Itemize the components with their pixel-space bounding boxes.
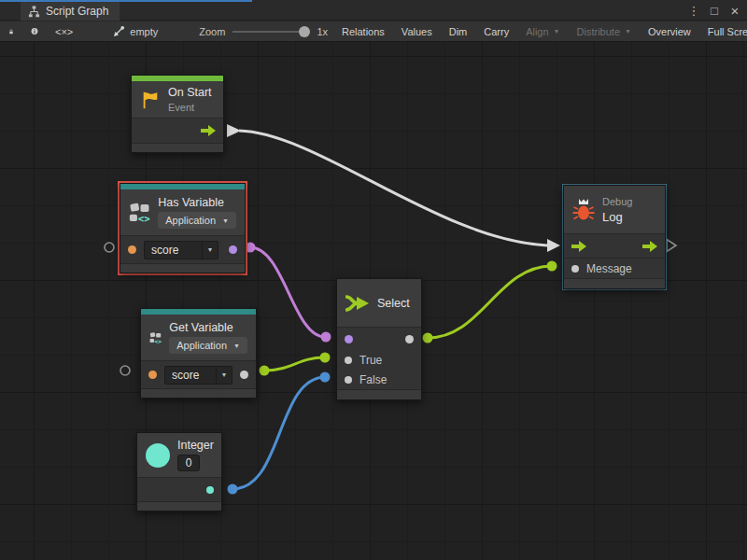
zoom-slider[interactable] [233,25,309,38]
dim-button[interactable]: Dim [441,21,476,41]
values-button[interactable]: Values [393,21,441,41]
select-merge-icon [345,293,370,314]
wire-endpoint-dot [228,484,238,495]
full-screen-button[interactable]: Full Screen [699,21,747,41]
menu-dots-icon[interactable]: ⋮ [685,2,702,19]
chevron-down-icon: ▼ [554,28,560,35]
node-select[interactable]: Select True False [336,278,422,400]
node-title: Integer [177,439,214,452]
unconnected-flow-stub[interactable] [667,240,676,252]
condition-input-port[interactable] [345,335,353,343]
wire-getvariable-to-select-true [264,357,324,371]
node-footer [132,144,223,152]
node-debug-log-selection: Debug Log Message [562,184,667,290]
zoom-control: Zoom 1x [167,21,333,41]
unconnected-port-stub[interactable] [105,243,114,252]
variable-name-field[interactable]: score ▼ [164,366,233,385]
name-input-port[interactable] [148,371,157,379]
scope-value: Application [176,340,227,351]
info-icon [31,25,38,37]
wire-onstart-to-debuglog [239,131,547,245]
carry-button[interactable]: Carry [475,21,517,41]
node-on-start[interactable]: On Start Event [131,75,224,153]
value-output-port[interactable] [240,371,248,379]
node-header: Integer 0 [137,433,221,478]
node-title: Log [602,210,632,224]
code-preview-button[interactable]: <×> [47,21,81,41]
breadcrumb[interactable]: empty [104,21,167,41]
chevron-down-icon[interactable]: ▼ [216,367,232,384]
zoom-value: 1x [317,26,328,37]
chevron-down-icon: ▼ [222,217,229,224]
flag-icon [140,90,161,110]
bool-output-port[interactable] [229,245,237,254]
port-row: False [337,370,421,389]
align-label: Align [526,26,548,37]
variable-brackets-glyph: <> [138,212,150,224]
wire-end-arrowhead [547,239,560,252]
port-row: Message [564,259,665,279]
name-input-port[interactable] [128,245,136,254]
node-footer [564,279,665,288]
node-title: Select [377,297,410,310]
node-get-variable[interactable]: <> Get Variable Application ▼ score ▼ [140,308,257,399]
script-graph-window: Script Graph ⋮ □ × <×> [0,0,747,560]
graph-canvas[interactable]: On Start Event <> [0,42,747,560]
variable-name-field[interactable]: score ▼ [144,241,218,259]
variables-icon: <> [129,201,150,225]
integer-value-field[interactable]: 0 [177,455,200,471]
tab-script-graph[interactable]: Script Graph [21,2,120,21]
flow-output-port[interactable] [642,241,657,252]
wire-hasvariable-to-select [250,247,325,337]
scope-dropdown[interactable]: Application ▼ [169,337,247,354]
true-input-port[interactable] [345,357,352,364]
port-row [137,478,221,502]
node-subtitle: Debug [602,196,632,207]
wire-endpoint-dot [320,372,331,383]
variables-icon: <> [149,326,162,350]
distribute-button[interactable]: Distribute ▼ [569,21,640,41]
debug-bug-icon [572,198,595,222]
lock-button[interactable] [0,21,22,41]
info-button[interactable] [22,21,47,41]
window-controls: ⋮ □ × [685,0,743,21]
message-port-label: Message [586,262,632,275]
value-output-port[interactable] [206,486,214,494]
node-title: On Start [168,86,212,99]
align-button[interactable]: Align ▼ [517,21,568,41]
tab-bar: Script Graph ⋮ □ × [0,0,747,21]
flow-output-port[interactable] [201,125,216,136]
false-input-port[interactable] [345,376,352,384]
port-row: True [337,350,421,370]
node-header: On Start Event [132,81,223,119]
lock-icon [8,26,14,37]
node-has-variable[interactable]: <> Has Variable Application ▼ score ▼ [120,183,246,273]
node-integer[interactable]: Integer 0 [136,432,222,511]
message-input-port[interactable] [571,265,579,273]
node-has-variable-selection: <> Has Variable Application ▼ score ▼ [118,181,247,275]
port-row: score ▼ [141,361,256,389]
node-header: Debug Log [564,186,665,234]
variable-brackets-glyph: <> [155,337,162,343]
overview-button[interactable]: Overview [640,21,699,41]
integer-value: 0 [186,456,192,469]
flow-input-port[interactable] [571,241,586,252]
zoom-label: Zoom [199,26,225,37]
maximize-icon[interactable]: □ [706,2,723,19]
wire-endpoint-dot [321,332,331,343]
close-icon[interactable]: × [726,2,743,19]
distribute-label: Distribute [577,26,620,37]
zoom-slider-handle[interactable] [299,26,310,37]
node-footer [137,502,221,511]
graph-toolbar: <×> empty Zoom 1x Relations Values Dim [0,21,747,42]
result-output-port[interactable] [405,335,414,343]
chevron-down-icon[interactable]: ▼ [202,242,218,259]
wire-endpoint-dot [423,333,433,343]
unconnected-port-stub[interactable] [120,366,130,375]
node-title: Get Variable [169,321,247,334]
node-debug-log[interactable]: Debug Log Message [563,185,666,289]
scope-value: Application [165,215,216,226]
relations-button[interactable]: Relations [333,21,393,41]
scope-dropdown[interactable]: Application ▼ [158,212,236,229]
graph-pointer-icon [113,25,125,37]
